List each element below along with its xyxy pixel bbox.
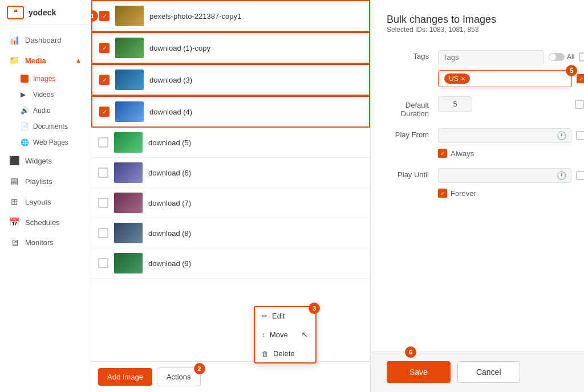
file-name: download (6) — [148, 169, 191, 177]
sidebar-item-playlists[interactable]: ▤ Playlists — [0, 171, 91, 191]
always-checkbox[interactable]: ✓ — [438, 149, 447, 158]
checkbox-4[interactable]: ✓ — [99, 107, 110, 117]
table-row[interactable]: ✓ download (4) — [91, 96, 370, 128]
sidebar-item-label: Media — [25, 56, 46, 65]
checkbox-6[interactable] — [98, 168, 108, 178]
content-area: 1 ✓ pexels-photo-221387-copy1 ✓ download… — [91, 0, 584, 392]
sidebar-item-schedules[interactable]: 📅 Schedules — [0, 212, 91, 232]
edit-icon: ✏ — [262, 312, 267, 320]
forever-checkbox-label[interactable]: ✓ Forever — [438, 189, 476, 198]
webpages-icon: 🌐 — [21, 138, 29, 146]
sidebar-item-label: Playlists — [25, 177, 52, 186]
checkbox-9[interactable] — [98, 258, 108, 268]
sidebar-item-documents[interactable]: 📄 Documents — [0, 119, 91, 134]
table-row[interactable]: 1 ✓ pexels-photo-221387-copy1 — [91, 0, 370, 32]
sidebar-item-widgets[interactable]: ⬛ Widgets — [0, 150, 91, 171]
file-thumbnail — [114, 132, 143, 153]
context-menu-move[interactable]: ↕ Move ↖ — [255, 325, 315, 345]
file-name: download (3) — [149, 76, 192, 84]
badge-3: 3 — [309, 303, 320, 314]
save-button[interactable]: Save — [387, 361, 451, 383]
playlists-icon: ▤ — [9, 176, 19, 186]
forever-checkbox[interactable]: ✓ — [438, 189, 447, 198]
all-toggle[interactable]: All — [549, 53, 574, 61]
file-list-inner: 1 ✓ pexels-photo-221387-copy1 ✓ download… — [91, 0, 370, 361]
table-row[interactable]: download (9) — [91, 248, 370, 279]
sidebar-subitem-label: Documents — [33, 122, 68, 130]
checkbox-2[interactable]: ✓ — [99, 43, 110, 53]
checkbox-7[interactable] — [98, 198, 108, 208]
file-thumbnail — [115, 70, 144, 90]
tags-row-2: US ✕ 5 ✓ Add Tags 4 — [438, 70, 584, 87]
play-until-controls: 🕐 Set Value ✓ Forever — [438, 167, 584, 198]
file-name: download (4) — [149, 108, 192, 116]
badge-1: 1 — [91, 10, 98, 22]
play-from-set-value-area: Set Value — [576, 127, 584, 144]
table-row[interactable]: ✓ download (3) — [91, 64, 370, 96]
play-until-input[interactable] — [443, 172, 557, 180]
all-toggle-switch[interactable] — [549, 53, 565, 61]
tag-chip-text: US — [449, 75, 459, 83]
add-tags-checkbox[interactable]: ✓ — [577, 74, 584, 83]
sidebar-item-monitors[interactable]: 🖥 Monitors — [0, 232, 91, 252]
duration-input[interactable] — [438, 96, 472, 112]
duration-set-value-area: Set Value — [575, 100, 584, 109]
badge-2: 2 — [194, 363, 205, 374]
tags-input-box[interactable] — [438, 50, 544, 64]
sidebar-item-webpages[interactable]: 🌐 Web Pages — [0, 134, 91, 150]
checkbox-1[interactable]: ✓ — [99, 11, 110, 21]
play-from-label: Play From — [387, 127, 438, 139]
cancel-button[interactable]: Cancel — [457, 361, 520, 383]
remove-tags-checkbox[interactable] — [579, 52, 584, 62]
checkbox-3[interactable]: ✓ — [99, 75, 110, 85]
table-row[interactable]: download (6) — [91, 158, 370, 188]
images-dot-icon — [21, 75, 29, 83]
media-submenu: Images ▶ Videos 🔊 Audio 📄 Documents 🌐 We… — [0, 71, 91, 150]
sidebar-item-dashboard[interactable]: 📊 Dashboard — [0, 30, 91, 50]
main-area: 1 ✓ pexels-photo-221387-copy1 ✓ download… — [91, 0, 584, 392]
file-list-footer: Add Image Actions 2 — [91, 361, 370, 392]
context-menu-edit-label: Edit — [272, 312, 285, 320]
play-from-set-value-checkbox[interactable] — [576, 131, 584, 140]
context-menu-delete[interactable]: 🗑 Delete — [255, 345, 315, 362]
add-image-button[interactable]: Add Image — [98, 368, 152, 386]
table-row[interactable]: download (8) — [91, 218, 370, 248]
badge-6: 6 — [405, 346, 416, 358]
play-until-input-box[interactable]: 🕐 — [438, 168, 571, 183]
file-thumbnail — [114, 162, 143, 183]
sidebar-item-media[interactable]: 📁 Media ▲ — [0, 50, 91, 71]
file-thumbnail — [114, 253, 143, 273]
clock-icon: 🕐 — [557, 131, 566, 140]
layouts-icon: ⊞ — [9, 197, 19, 207]
sidebar-item-label: Widgets — [25, 157, 52, 165]
play-from-row-2: ✓ Always — [438, 149, 584, 158]
always-checkbox-label[interactable]: ✓ Always — [438, 149, 474, 158]
sidebar-item-audio[interactable]: 🔊 Audio — [0, 103, 91, 119]
sidebar-subitem-label: Videos — [33, 91, 54, 99]
tag-remove-icon[interactable]: ✕ — [461, 76, 465, 82]
file-name: download (5) — [148, 138, 191, 147]
file-name: download (9) — [148, 259, 191, 268]
sidebar-item-videos[interactable]: ▶ Videos — [0, 87, 91, 103]
sidebar-item-images[interactable]: Images — [0, 71, 91, 87]
play-from-input[interactable] — [443, 132, 557, 140]
tags-input[interactable] — [443, 53, 539, 62]
context-menu-edit[interactable]: ✏ Edit — [255, 307, 315, 325]
delete-icon: 🗑 — [262, 350, 269, 358]
checkbox-5[interactable] — [98, 137, 108, 148]
table-row[interactable]: download (5) — [91, 128, 370, 158]
chevron-up-icon: ▲ — [75, 57, 82, 64]
play-until-set-value-checkbox[interactable] — [576, 171, 584, 180]
table-row[interactable]: ✓ download (1)-copy — [91, 32, 370, 64]
tags-form-row: Tags All — [387, 48, 584, 87]
context-menu-move-label: Move — [270, 330, 288, 339]
tag-active-box[interactable]: US ✕ 5 — [438, 70, 572, 87]
table-row[interactable]: download (7) — [91, 188, 370, 218]
checkbox-8[interactable] — [98, 228, 108, 238]
duration-set-value-checkbox[interactable] — [575, 100, 584, 109]
sidebar: ❝ yodeck 📊 Dashboard 📁 Media ▲ Images ▶ … — [0, 0, 91, 392]
sidebar-item-layouts[interactable]: ⊞ Layouts — [0, 191, 91, 212]
remove-tags-area: Remove Tags — [579, 48, 584, 66]
play-from-input-box[interactable]: 🕐 — [438, 128, 571, 143]
all-label: All — [567, 53, 574, 61]
